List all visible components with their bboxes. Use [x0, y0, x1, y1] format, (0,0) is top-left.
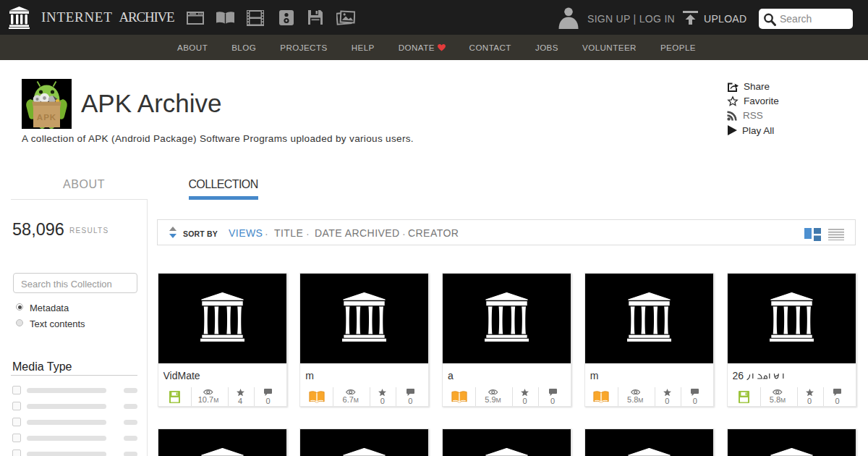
svg-text:APK: APK — [37, 113, 56, 122]
